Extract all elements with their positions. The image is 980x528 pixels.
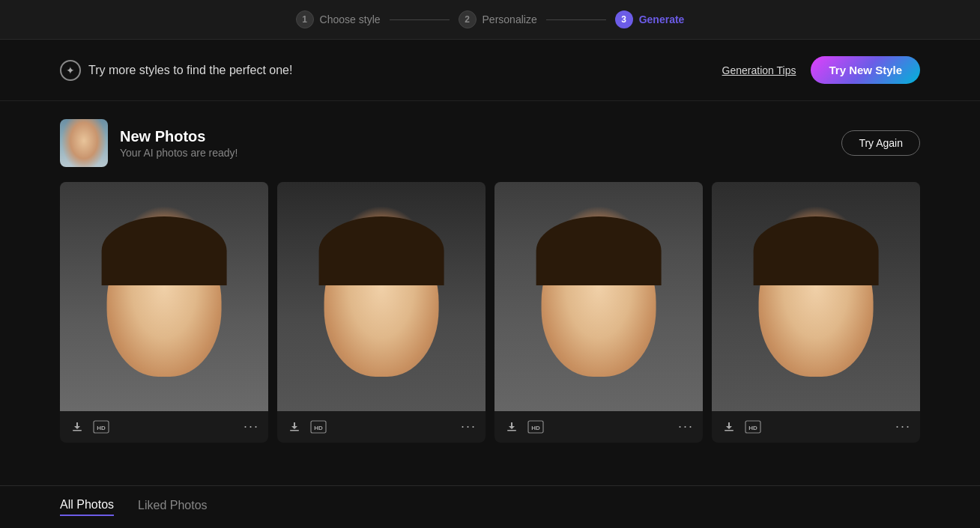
hd-frame-icon-4: HD xyxy=(745,420,761,434)
photos-header-left: New Photos Your AI photos are ready! xyxy=(60,119,238,167)
svg-rect-0 xyxy=(73,430,82,431)
step-2-circle: 2 xyxy=(459,10,477,28)
photo-actions-1: HD ··· xyxy=(60,411,268,443)
tab-liked-photos[interactable]: Liked Photos xyxy=(138,499,208,515)
svg-text:HD: HD xyxy=(531,425,540,431)
photo-grid: HD ··· HD xyxy=(60,182,920,443)
hd-frame-icon-3: HD xyxy=(527,420,544,434)
step-1-label: Choose style xyxy=(320,13,381,25)
step-connector-2 xyxy=(546,19,606,20)
photo-card-2: HD ··· xyxy=(277,182,486,443)
svg-rect-6 xyxy=(507,430,516,431)
photos-title-group: New Photos Your AI photos are ready! xyxy=(120,128,238,159)
download-button-2[interactable] xyxy=(286,419,303,435)
download-icon-3 xyxy=(505,420,518,434)
svg-text:HD: HD xyxy=(314,425,323,431)
download-button-4[interactable] xyxy=(721,419,737,435)
svg-rect-3 xyxy=(290,430,299,431)
header-right: Generation Tips Try New Style xyxy=(722,56,920,84)
hd-badge-container-2: HD xyxy=(310,420,327,434)
more-button-3[interactable]: ··· xyxy=(678,419,694,434)
download-button-3[interactable] xyxy=(503,419,520,435)
avatar-face xyxy=(60,119,108,167)
avatar-thumbnail xyxy=(60,119,108,167)
step-1: 1 Choose style xyxy=(296,10,381,28)
step-1-circle: 1 xyxy=(296,10,314,28)
photo-actions-2: HD ··· xyxy=(277,411,486,443)
photo-card-1: HD ··· xyxy=(60,182,268,443)
header-left: ✦ Try more styles to find the perfect on… xyxy=(60,60,292,81)
header-bar: ✦ Try more styles to find the perfect on… xyxy=(0,40,980,101)
try-again-button[interactable]: Try Again xyxy=(841,130,920,156)
download-icon-4 xyxy=(722,420,736,434)
progress-bar: 1 Choose style 2 Personalize 3 Generate xyxy=(0,0,980,40)
step-3-label: Generate xyxy=(639,13,685,25)
tab-all-photos[interactable]: All Photos xyxy=(60,498,114,516)
svg-text:HD: HD xyxy=(748,425,757,431)
photo-card-3: HD ··· xyxy=(494,182,703,443)
photo-image-4 xyxy=(712,182,920,411)
hd-badge-container-3: HD xyxy=(527,420,544,434)
magic-icon: ✦ xyxy=(60,60,81,81)
photo-image-3 xyxy=(494,182,703,411)
photo-card-4: HD ··· xyxy=(712,182,920,443)
generation-tips-button[interactable]: Generation Tips xyxy=(722,64,796,76)
svg-rect-9 xyxy=(725,430,734,431)
svg-text:HD: HD xyxy=(97,425,106,431)
hd-frame-icon-1: HD xyxy=(93,420,109,434)
main-content: New Photos Your AI photos are ready! Try… xyxy=(0,101,980,461)
step-3-circle: 3 xyxy=(615,10,633,28)
photos-header: New Photos Your AI photos are ready! Try… xyxy=(60,119,920,167)
more-button-4[interactable]: ··· xyxy=(895,419,911,434)
step-3: 3 Generate xyxy=(615,10,685,28)
download-button-1[interactable] xyxy=(69,419,85,435)
hd-badge-container-1: HD xyxy=(93,420,109,434)
bottom-tab-bar: All Photos Liked Photos xyxy=(0,485,980,528)
try-new-style-button[interactable]: Try New Style xyxy=(811,56,920,84)
step-2: 2 Personalize xyxy=(459,10,537,28)
more-button-2[interactable]: ··· xyxy=(461,419,477,434)
download-icon-1 xyxy=(70,420,84,434)
step-2-label: Personalize xyxy=(483,13,537,25)
step-connector-1 xyxy=(390,19,450,20)
tip-text: Try more styles to find the perfect one! xyxy=(88,64,292,77)
more-button-1[interactable]: ··· xyxy=(244,419,259,434)
photo-actions-4: HD ··· xyxy=(712,411,920,443)
photo-image-1 xyxy=(60,182,268,411)
hd-badge-container-4: HD xyxy=(745,420,761,434)
hd-frame-icon-2: HD xyxy=(310,420,327,434)
photos-subtitle: Your AI photos are ready! xyxy=(120,147,238,159)
photo-actions-3: HD ··· xyxy=(494,411,703,443)
photo-image-2 xyxy=(277,182,486,411)
download-icon-2 xyxy=(288,420,301,434)
photos-title: New Photos xyxy=(120,128,238,145)
